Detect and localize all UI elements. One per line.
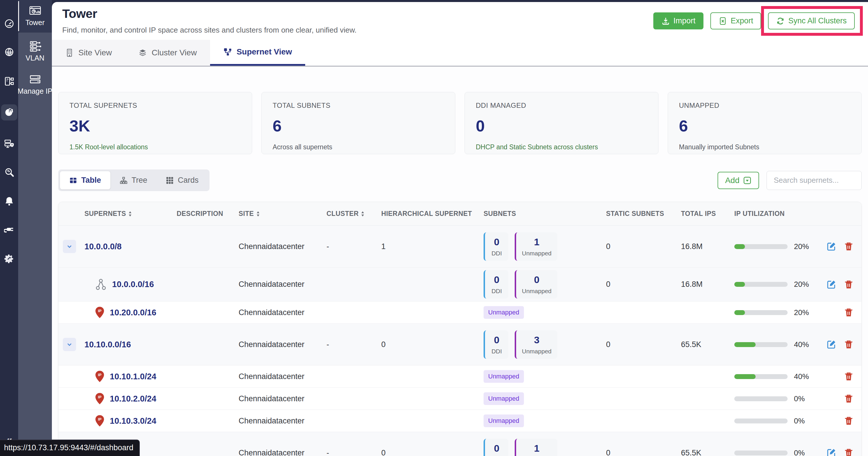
unmapped-badge: Unmapped [484,392,524,405]
nav-item-manage-ip[interactable]: Manage IP [18,62,52,95]
column-cluster[interactable]: CLUSTER [327,210,381,218]
utilization-percent: 0% [794,394,805,403]
trash-icon [844,280,854,290]
nav-item-label: Manage IP [18,87,53,95]
ip-utilization-cell: 20% [734,280,827,289]
status-bar-url-tooltip: https://10.73.17.95:9443/#/dashboard [0,439,140,456]
notifications-bell-icon[interactable] [3,195,15,207]
utilization-bar-fill [734,374,755,379]
tree-icon [120,176,128,184]
import-button[interactable]: Import [653,12,704,29]
ddi-count-tile: 0 DDI [484,232,508,261]
tab-site-view[interactable]: Site View [52,40,125,66]
stat-card-subtext: Manually imported Subnets [679,143,850,151]
stat-card-label: TOTAL SUBNETS [273,101,444,110]
tab-cluster-view[interactable]: Cluster View [125,40,210,66]
discovery-search-icon[interactable] [3,166,15,178]
supernet-link[interactable]: 10.10.2.0/24 [110,394,156,403]
supernet-link[interactable]: 10.10.0.0/16 [85,340,131,349]
sync-all-clusters-button[interactable]: Sync All Clusters [768,12,855,29]
column-site[interactable]: SITE [239,210,327,218]
delete-button[interactable] [844,308,854,317]
edit-button[interactable] [827,448,836,456]
utilization-bar [734,396,787,401]
tab-label: Supernet View [237,47,292,57]
utilization-bar [734,310,787,315]
sort-icon [256,211,260,216]
sort-icon [361,211,365,216]
view-mode-table[interactable]: Table [60,171,111,189]
icon-rail: DNS « [0,0,18,456]
column-description: DESCRIPTION [177,210,239,218]
supernet-link[interactable]: 10.0.0.0/8 [85,242,122,251]
tab-supernet-view[interactable]: Supernet View [210,40,305,66]
svg-text:IP: IP [98,373,102,377]
edit-pencil-icon [827,280,836,290]
ip-pin-icon: IP [95,306,104,319]
subnet-counts: 0 DDI 3 Unmapped [484,330,606,359]
delete-button[interactable] [844,339,854,349]
table-header-row: SUPERNETS DESCRIPTION SITE CLUSTER HIERA… [59,202,861,226]
settings-gear-icon[interactable] [3,253,15,265]
dns-globe-icon[interactable]: DNS [3,47,15,58]
site-cell: Chennaidatacenter [239,280,327,289]
import-button-label: Import [674,17,696,25]
delete-button[interactable] [844,371,854,381]
stat-card-subtext: Across all supernets [273,143,444,151]
ddi-label: DDI [491,348,503,355]
dashboard-gauge-icon[interactable] [3,18,15,29]
subnet-counts: 0 DDI 0 Unmapped [484,270,606,299]
nav-item-label: Tower [25,19,45,27]
ddi-count: 0 [491,274,503,285]
delete-button[interactable] [844,394,854,403]
stat-card-value: 6 [273,117,444,135]
edit-button[interactable] [827,242,836,251]
manage-ip-servers-icon [29,74,41,85]
utilization-percent: 20% [794,242,809,251]
delete-button[interactable] [844,242,854,251]
nav-item-label: VLAN [26,54,44,62]
integrations-plug-icon[interactable] [3,224,15,236]
cluster-cell: - [327,242,381,251]
nav-item-tower[interactable]: Tower [18,0,52,33]
server-topology-icon[interactable] [3,75,15,87]
unmapped-count-tile: 1 Unmapped [515,439,557,456]
view-mode-label: Cards [178,176,198,185]
table-row: IP 10.0.0.0/8 Chennaidatacenter - 1 0 DD… [59,226,861,268]
ddi-count: 0 [491,443,503,454]
delete-button[interactable] [844,280,854,290]
edit-button[interactable] [827,280,836,290]
table-row: IP 10.20.0.0/16 Chennaidatacenter DDI Un… [59,302,861,324]
supernet-link[interactable]: 10.20.0.0/16 [110,308,156,317]
list-toolbar: Table Tree Cards Add [58,170,862,191]
supernet-link[interactable]: 10.10.1.0/24 [110,372,156,381]
nav-item-vlan[interactable]: VLAN [18,33,52,62]
site-cell: Chennaidatacenter [239,372,327,381]
delete-button[interactable] [844,448,854,456]
view-mode-cards[interactable]: Cards [156,171,208,189]
supernet-link[interactable]: 10.10.3.0/24 [110,416,156,426]
static-subnets-cell: 0 [606,242,681,251]
hierarchy-icon [95,278,107,291]
column-supernets[interactable]: SUPERNETS [85,210,177,218]
cluster-cell: - [327,449,381,456]
ip-analytics-icon[interactable] [1,104,17,120]
export-button[interactable]: Export [710,12,761,29]
ddi-count-tile: 0 DDI [484,270,508,299]
page-subtitle: Find, monitor, and control IP space acro… [62,26,356,35]
expand-row-button[interactable] [63,240,76,253]
column-ip-utilization: IP UTILIZATION [734,210,827,218]
stat-card-label: DDI MANAGED [476,101,647,110]
hierarchical-supernet-cell: 1 [381,242,484,251]
edit-button[interactable] [827,339,836,349]
expand-row-button[interactable] [63,338,76,351]
site-cell: Chennaidatacenter [239,340,327,349]
server-alert-icon[interactable] [3,138,15,149]
add-button[interactable]: Add [718,172,759,189]
supernet-link[interactable]: 10.0.0.0/16 [112,280,154,289]
delete-button[interactable] [844,416,854,426]
search-supernets-input[interactable] [767,171,862,190]
trash-icon [844,371,854,381]
view-mode-tree[interactable]: Tree [111,171,157,189]
stat-card-value: 6 [679,117,850,135]
